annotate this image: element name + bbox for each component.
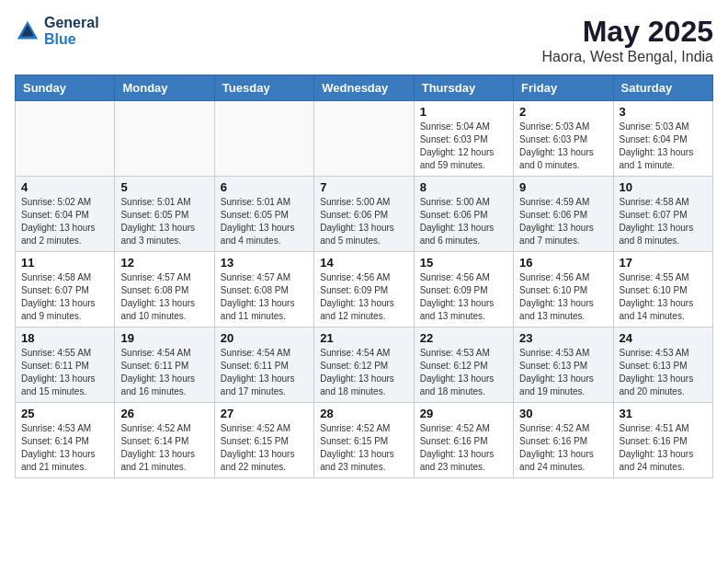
day-info: Sunrise: 4:51 AM Sunset: 6:16 PM Dayligh… (620, 422, 707, 474)
calendar-empty-cell (115, 101, 214, 177)
col-header-tuesday: Tuesday (214, 75, 313, 101)
calendar-day-cell: 12Sunrise: 4:57 AM Sunset: 6:08 PM Dayli… (115, 252, 214, 327)
day-number: 26 (120, 407, 208, 420)
calendar-day-cell: 17Sunrise: 4:55 AM Sunset: 6:10 PM Dayli… (613, 252, 712, 327)
day-number: 1 (420, 105, 507, 119)
calendar-table: SundayMondayTuesdayWednesdayThursdayFrid… (15, 75, 713, 478)
calendar-day-cell: 13Sunrise: 4:57 AM Sunset: 6:08 PM Dayli… (214, 252, 313, 327)
day-number: 27 (221, 407, 308, 420)
calendar-week-row: 11Sunrise: 4:58 AM Sunset: 6:07 PM Dayli… (16, 252, 713, 327)
calendar-day-cell: 16Sunrise: 4:56 AM Sunset: 6:10 PM Dayli… (514, 252, 613, 327)
header: General Blue May 2025 Haora, West Bengal… (15, 15, 713, 65)
day-info: Sunrise: 4:52 AM Sunset: 6:15 PM Dayligh… (221, 422, 308, 474)
day-number: 13 (221, 256, 308, 270)
col-header-wednesday: Wednesday (314, 75, 414, 101)
logo-icon (15, 18, 40, 44)
calendar-day-cell: 27Sunrise: 4:52 AM Sunset: 6:15 PM Dayli… (214, 403, 313, 478)
calendar-empty-cell (16, 101, 115, 177)
day-info: Sunrise: 4:56 AM Sunset: 6:10 PM Dayligh… (519, 271, 607, 323)
day-number: 10 (620, 180, 707, 194)
calendar-week-row: 4Sunrise: 5:02 AM Sunset: 6:04 PM Daylig… (16, 177, 713, 252)
col-header-sunday: Sunday (16, 75, 115, 101)
calendar-day-cell: 20Sunrise: 4:54 AM Sunset: 6:11 PM Dayli… (214, 327, 313, 403)
day-info: Sunrise: 5:00 AM Sunset: 6:06 PM Dayligh… (320, 196, 407, 247)
day-info: Sunrise: 4:52 AM Sunset: 6:15 PM Dayligh… (320, 422, 407, 474)
calendar-empty-cell (214, 101, 313, 177)
calendar-day-cell: 30Sunrise: 4:52 AM Sunset: 6:16 PM Dayli… (514, 403, 613, 478)
day-info: Sunrise: 4:55 AM Sunset: 6:10 PM Dayligh… (620, 271, 707, 323)
day-info: Sunrise: 4:58 AM Sunset: 6:07 PM Dayligh… (21, 271, 108, 323)
day-number: 12 (120, 256, 208, 270)
day-info: Sunrise: 5:04 AM Sunset: 6:03 PM Dayligh… (420, 121, 507, 172)
calendar-week-row: 1Sunrise: 5:04 AM Sunset: 6:03 PM Daylig… (16, 101, 713, 177)
calendar-day-cell: 5Sunrise: 5:01 AM Sunset: 6:05 PM Daylig… (115, 177, 214, 252)
calendar-day-cell: 6Sunrise: 5:01 AM Sunset: 6:05 PM Daylig… (214, 177, 313, 252)
calendar-day-cell: 11Sunrise: 4:58 AM Sunset: 6:07 PM Dayli… (16, 252, 115, 327)
day-number: 21 (320, 331, 407, 345)
day-number: 24 (620, 331, 707, 345)
calendar-day-cell: 2Sunrise: 5:03 AM Sunset: 6:03 PM Daylig… (514, 101, 613, 177)
logo-text: General Blue (44, 15, 99, 48)
day-number: 4 (21, 180, 108, 194)
day-number: 5 (120, 180, 208, 194)
page-title: May 2025 (542, 15, 713, 49)
day-info: Sunrise: 4:53 AM Sunset: 6:14 PM Dayligh… (21, 422, 108, 474)
col-header-friday: Friday (514, 75, 613, 101)
day-number: 23 (519, 331, 607, 345)
day-info: Sunrise: 4:53 AM Sunset: 6:13 PM Dayligh… (620, 347, 707, 398)
calendar-day-cell: 28Sunrise: 4:52 AM Sunset: 6:15 PM Dayli… (314, 403, 414, 478)
day-number: 16 (519, 256, 607, 270)
day-number: 19 (120, 331, 208, 345)
day-info: Sunrise: 5:03 AM Sunset: 6:03 PM Dayligh… (519, 121, 607, 172)
day-number: 2 (519, 105, 607, 119)
day-info: Sunrise: 4:55 AM Sunset: 6:11 PM Dayligh… (21, 347, 108, 398)
col-header-saturday: Saturday (613, 75, 712, 101)
day-number: 9 (519, 180, 607, 194)
day-number: 11 (21, 256, 108, 270)
calendar-day-cell: 1Sunrise: 5:04 AM Sunset: 6:03 PM Daylig… (414, 101, 513, 177)
day-info: Sunrise: 4:57 AM Sunset: 6:08 PM Dayligh… (221, 271, 308, 323)
day-info: Sunrise: 5:01 AM Sunset: 6:05 PM Dayligh… (120, 196, 208, 247)
day-info: Sunrise: 4:58 AM Sunset: 6:07 PM Dayligh… (620, 196, 707, 247)
calendar-day-cell: 24Sunrise: 4:53 AM Sunset: 6:13 PM Dayli… (613, 327, 712, 403)
page-subtitle: Haora, West Bengal, India (542, 49, 713, 65)
day-number: 22 (420, 331, 507, 345)
day-number: 18 (21, 331, 108, 345)
calendar-day-cell: 29Sunrise: 4:52 AM Sunset: 6:16 PM Dayli… (414, 403, 513, 478)
calendar-day-cell: 18Sunrise: 4:55 AM Sunset: 6:11 PM Dayli… (16, 327, 115, 403)
day-info: Sunrise: 5:01 AM Sunset: 6:05 PM Dayligh… (221, 196, 308, 247)
col-header-monday: Monday (115, 75, 214, 101)
calendar-day-cell: 7Sunrise: 5:00 AM Sunset: 6:06 PM Daylig… (314, 177, 414, 252)
day-number: 29 (420, 407, 507, 420)
logo: General Blue (15, 15, 99, 48)
calendar-day-cell: 31Sunrise: 4:51 AM Sunset: 6:16 PM Dayli… (613, 403, 712, 478)
calendar-day-cell: 9Sunrise: 4:59 AM Sunset: 6:06 PM Daylig… (514, 177, 613, 252)
calendar-week-row: 25Sunrise: 4:53 AM Sunset: 6:14 PM Dayli… (16, 403, 713, 478)
day-info: Sunrise: 4:54 AM Sunset: 6:11 PM Dayligh… (221, 347, 308, 398)
calendar-day-cell: 21Sunrise: 4:54 AM Sunset: 6:12 PM Dayli… (314, 327, 414, 403)
calendar-day-cell: 26Sunrise: 4:52 AM Sunset: 6:14 PM Dayli… (115, 403, 214, 478)
day-number: 30 (519, 407, 607, 420)
calendar-day-cell: 3Sunrise: 5:03 AM Sunset: 6:04 PM Daylig… (613, 101, 712, 177)
day-info: Sunrise: 4:57 AM Sunset: 6:08 PM Dayligh… (120, 271, 208, 323)
calendar-day-cell: 14Sunrise: 4:56 AM Sunset: 6:09 PM Dayli… (314, 252, 414, 327)
calendar-day-cell: 8Sunrise: 5:00 AM Sunset: 6:06 PM Daylig… (414, 177, 513, 252)
calendar-day-cell: 10Sunrise: 4:58 AM Sunset: 6:07 PM Dayli… (613, 177, 712, 252)
day-number: 14 (320, 256, 407, 270)
calendar-day-cell: 23Sunrise: 4:53 AM Sunset: 6:13 PM Dayli… (514, 327, 613, 403)
day-number: 3 (620, 105, 707, 119)
day-number: 28 (320, 407, 407, 420)
day-number: 15 (420, 256, 507, 270)
day-info: Sunrise: 5:03 AM Sunset: 6:04 PM Dayligh… (620, 121, 707, 172)
day-number: 6 (221, 180, 308, 194)
calendar-day-cell: 22Sunrise: 4:53 AM Sunset: 6:12 PM Dayli… (414, 327, 513, 403)
day-number: 8 (420, 180, 507, 194)
day-info: Sunrise: 5:00 AM Sunset: 6:06 PM Dayligh… (420, 196, 507, 247)
day-number: 7 (320, 180, 407, 194)
day-info: Sunrise: 4:52 AM Sunset: 6:16 PM Dayligh… (519, 422, 607, 474)
day-info: Sunrise: 4:56 AM Sunset: 6:09 PM Dayligh… (420, 271, 507, 323)
calendar-day-cell: 15Sunrise: 4:56 AM Sunset: 6:09 PM Dayli… (414, 252, 513, 327)
day-number: 25 (21, 407, 108, 420)
day-info: Sunrise: 4:59 AM Sunset: 6:06 PM Dayligh… (519, 196, 607, 247)
day-info: Sunrise: 4:54 AM Sunset: 6:11 PM Dayligh… (120, 347, 208, 398)
